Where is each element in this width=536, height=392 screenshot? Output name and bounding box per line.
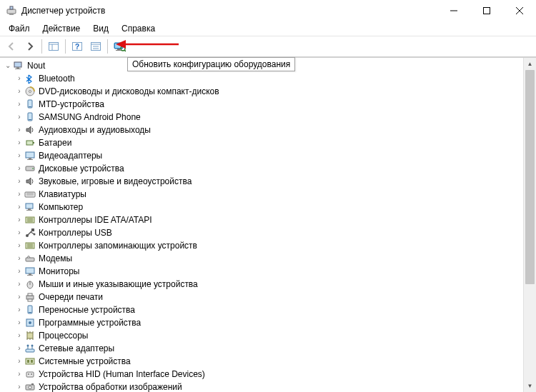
collapse-icon[interactable]: ⌄ [3,59,13,72]
tree-item[interactable]: ›Устройства HID (Human Interface Devices… [1,368,523,381]
tree-item-label: Видеоадаптеры [39,149,102,162]
tree-item[interactable]: ›Очереди печати [1,291,523,303]
menu-view[interactable]: Вид [87,22,114,35]
expand-icon[interactable]: › [14,213,24,226]
tree-item-label: MTD-устройства [39,98,104,111]
vertical-scrollbar[interactable]: ▲ ▼ [523,58,536,392]
expand-icon[interactable]: › [14,291,24,303]
tree-item[interactable]: ›Мониторы [1,265,523,278]
tree-item[interactable]: ›Bluetooth [1,72,523,85]
expand-icon[interactable]: › [14,124,24,136]
menu-action[interactable]: Действие [37,22,86,35]
tree-item-label: Аудиовходы и аудиовыходы [39,124,151,136]
expand-icon[interactable]: › [14,98,24,111]
svg-rect-79 [26,349,34,352]
tree-item[interactable]: ›Модемы [1,252,523,265]
svg-rect-72 [27,333,33,338]
tree-item[interactable]: ›Процессоры [1,329,523,342]
svg-text:?: ? [75,43,79,51]
usb-icon [24,227,36,238]
tree-item-label: Модемы [39,252,72,265]
tree-item-label: Мониторы [39,265,79,278]
svg-rect-69 [29,312,31,313]
expand-icon[interactable]: › [14,381,24,392]
tree-item[interactable]: ›Батареи [1,136,523,149]
svg-rect-24 [14,62,21,67]
ide-icon [24,214,36,226]
help-button[interactable]: ? [69,38,86,55]
expand-icon[interactable]: › [14,355,24,368]
tree-item[interactable]: ›DVD-дисководы и дисководы компакт-диско… [1,85,523,98]
svg-point-28 [29,91,31,93]
svg-rect-37 [27,159,33,160]
tree-item[interactable]: ›Контроллеры запоминающих устройств [1,239,523,252]
expand-icon[interactable]: › [14,226,24,239]
svg-rect-30 [29,106,31,107]
tree-item[interactable]: ›Сетевые адаптеры [1,342,523,355]
svg-rect-65 [26,296,34,299]
scroll-up-button[interactable]: ▲ [524,58,536,70]
tree-item[interactable]: ›Контроллеры USB [1,226,523,239]
tree-item[interactable]: ›Переносные устройства [1,303,523,316]
tree-item[interactable]: ›Аудиовходы и аудиовыходы [1,124,523,136]
tree-item[interactable]: ›Устройства обработки изображений [1,381,523,392]
expand-icon[interactable]: › [14,72,24,85]
menu-help[interactable]: Справка [116,22,161,35]
menu-file[interactable]: Файл [3,22,36,35]
expand-icon[interactable]: › [14,303,24,316]
minimize-button[interactable] [437,0,470,21]
tree-item[interactable]: ›Мыши и иные указывающие устройства [1,278,523,291]
scroll-thumb[interactable] [525,70,535,284]
expand-icon[interactable]: › [14,85,24,98]
tree-item-label: Сетевые адаптеры [39,342,114,355]
expand-icon[interactable]: › [14,201,24,213]
scroll-down-button[interactable]: ▼ [524,380,536,392]
tree-item[interactable]: ›Программные устройства [1,316,523,329]
expand-icon[interactable]: › [14,175,24,188]
tree-item-label: Переносные устройства [39,303,135,316]
tree-item[interactable]: ›Звуковые, игровые и видеоустройства [1,175,523,188]
expand-icon[interactable]: › [14,342,24,355]
expand-icon[interactable]: › [14,265,24,278]
tree-item-label: Звуковые, игровые и видеоустройства [39,175,192,188]
expand-icon[interactable]: › [14,239,24,252]
expand-icon[interactable]: › [14,162,24,175]
svg-rect-92 [31,383,34,385]
battery-icon [24,137,36,149]
tree-item[interactable]: ›Дисковые устройства [1,162,523,175]
svg-rect-19 [116,50,121,51]
disk-icon [24,163,36,174]
maximize-button[interactable] [470,0,503,21]
expand-icon[interactable]: › [14,188,24,201]
expand-icon[interactable]: › [14,136,24,149]
software-icon [24,317,36,328]
svg-line-21 [124,50,126,51]
expand-icon[interactable]: › [14,111,24,124]
tree-item[interactable]: ›Видеоадаптеры [1,149,523,162]
scroll-track[interactable] [524,70,536,380]
tree-item[interactable]: ›Контроллеры IDE ATA/ATAPI [1,213,523,226]
svg-rect-7 [49,43,59,51]
scan-hardware-button[interactable] [111,38,128,55]
tree-item[interactable]: ›SAMSUNG Android Phone [1,111,523,124]
expand-icon[interactable]: › [14,278,24,291]
back-button[interactable] [3,38,20,55]
tree-item[interactable]: ›Клавиатуры [1,188,523,201]
expand-icon[interactable]: › [14,149,24,162]
network-icon [24,343,36,354]
expand-icon[interactable]: › [14,368,24,381]
tree-item-label: Контроллеры запоминающих устройств [39,239,197,252]
device-tree[interactable]: ⌄Nout›Bluetooth›DVD-дисководы и дисковод… [0,58,523,392]
forward-button[interactable] [21,38,39,55]
close-button[interactable] [503,0,536,21]
tree-item[interactable]: ›MTD-устройства [1,98,523,111]
tree-item[interactable]: ›Системные устройства [1,355,523,368]
svg-rect-45 [26,210,32,211]
tree-item[interactable]: ›Компьютер [1,201,523,213]
svg-rect-36 [29,158,31,159]
show-hide-tree-button[interactable] [45,38,62,55]
properties-button[interactable] [87,38,104,55]
expand-icon[interactable]: › [14,316,24,329]
expand-icon[interactable]: › [14,329,24,342]
expand-icon[interactable]: › [14,252,24,265]
